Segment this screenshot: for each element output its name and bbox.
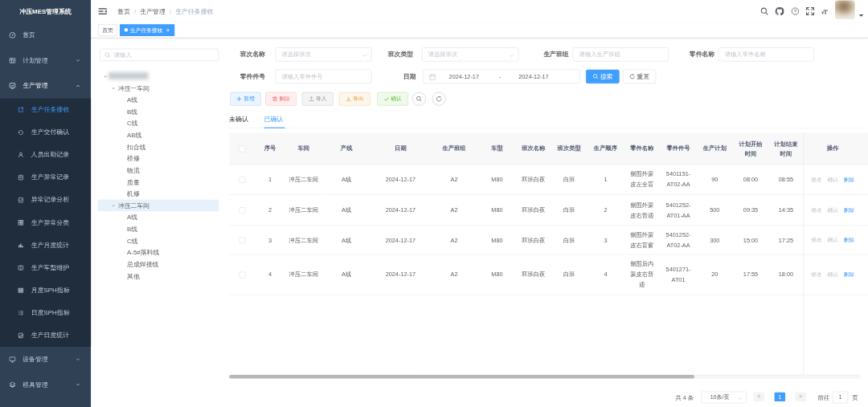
svg-text:?: ? <box>794 8 797 14</box>
